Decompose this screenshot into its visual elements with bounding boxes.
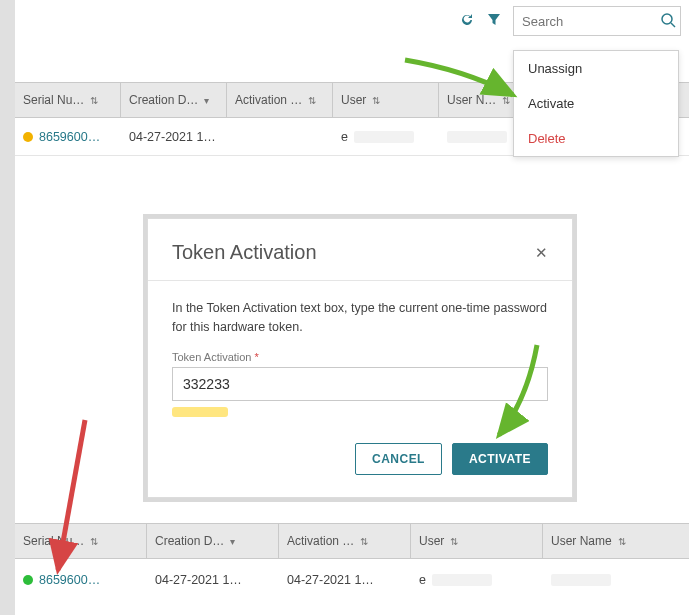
annotation-arrow-green-menu: [395, 50, 535, 110]
col-creation[interactable]: Creation D…▾: [121, 83, 227, 117]
col2-creation[interactable]: Creation D…▾: [147, 524, 279, 558]
annotation-arrow-green-activate: [467, 340, 557, 450]
col-creation-label: Creation D…: [129, 93, 198, 107]
col-activation[interactable]: Activation …⇅: [227, 83, 333, 117]
sort-icon: ⇅: [90, 95, 98, 106]
filter-icon[interactable]: [487, 13, 501, 30]
serial-number[interactable]: 8659600…: [39, 130, 100, 144]
highlight-marker: [172, 407, 228, 417]
creation-date: 04-27-2021 1…: [121, 130, 227, 144]
svg-line-1: [671, 23, 675, 27]
table2-row[interactable]: 8659600… 04-27-2021 1… 04-27-2021 1… e: [15, 559, 689, 601]
search-box[interactable]: [513, 6, 681, 36]
search-input[interactable]: [514, 14, 654, 29]
cancel-button[interactable]: CANCEL: [355, 443, 442, 475]
table2-header: Serial Nu…⇅ Creation D…▾ Activation …⇅ U…: [15, 523, 689, 559]
activation-date: 04-27-2021 1…: [279, 573, 411, 587]
col2-activation[interactable]: Activation …⇅: [279, 524, 411, 558]
status-dot: [23, 132, 33, 142]
user-cell: e: [333, 130, 439, 144]
col-user-label: User: [341, 93, 366, 107]
user-cell: e: [411, 573, 543, 587]
chevron-down-icon: ▾: [204, 95, 209, 106]
svg-point-0: [662, 14, 672, 24]
menu-item-unassign[interactable]: Unassign: [514, 51, 678, 86]
modal-title: Token Activation: [172, 241, 317, 264]
search-icon[interactable]: [660, 12, 676, 31]
col-activation-label: Activation …: [235, 93, 302, 107]
sort-icon: ⇅: [308, 95, 316, 106]
col2-user[interactable]: User⇅: [411, 524, 543, 558]
col-serial-label: Serial Nu…: [23, 93, 84, 107]
row-context-menu: Unassign Activate Delete: [513, 50, 679, 157]
menu-item-activate[interactable]: Activate: [514, 86, 678, 121]
menu-item-delete[interactable]: Delete: [514, 121, 678, 156]
username-cell: [543, 574, 675, 586]
annotation-arrow-red-status: [30, 415, 110, 585]
sort-icon: ⇅: [372, 95, 380, 106]
col-serial[interactable]: Serial Nu…⇅: [15, 83, 121, 117]
close-icon[interactable]: ✕: [535, 244, 548, 262]
col2-username[interactable]: User Name⇅: [543, 524, 675, 558]
refresh-icon[interactable]: [459, 12, 475, 31]
modal-instruction: In the Token Activation text box, type t…: [172, 299, 548, 337]
creation-date: 04-27-2021 1…: [147, 573, 279, 587]
